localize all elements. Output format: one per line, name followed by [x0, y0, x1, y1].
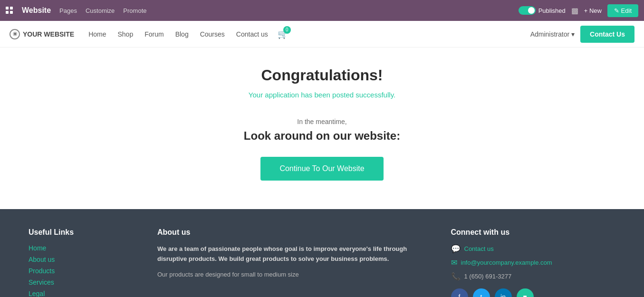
grid-icon[interactable]	[6, 7, 13, 14]
footer-about: About us We are a team of passionate peo…	[157, 228, 432, 297]
footer-link-products[interactable]: Products	[29, 267, 138, 275]
social-icons: f t in ■	[451, 288, 616, 297]
footer-link-about[interactable]: About us	[29, 256, 138, 263]
main-content: Congratulations! Your application has be…	[0, 48, 644, 209]
nav-courses[interactable]: Courses	[195, 28, 230, 41]
congrats-title: Congratulations!	[10, 67, 634, 84]
footer-useful-links: Useful Links Home About us Products Serv…	[29, 228, 138, 297]
nav-contact[interactable]: Contact us	[231, 28, 273, 41]
email-icon: ✉	[451, 258, 457, 267]
new-button[interactable]: + New	[584, 7, 602, 14]
linkedin-icon[interactable]: in	[495, 288, 512, 297]
chat-icon: 💬	[451, 244, 461, 253]
about-text1: We are a team of passionate people whose…	[157, 244, 432, 264]
other-social-icon[interactable]: ■	[517, 288, 534, 297]
connect-contact: 💬 Contact us	[451, 244, 616, 253]
footer-connect: Connect with us 💬 Contact us ✉ info@your…	[451, 228, 616, 297]
site-nav-links: Home Shop Forum Blog Courses Contact us …	[84, 28, 530, 41]
twitter-icon[interactable]: t	[473, 288, 490, 297]
footer-link-legal[interactable]: Legal	[29, 290, 138, 297]
admin-dropdown[interactable]: Administrator ▾	[530, 30, 575, 38]
site-nav: ☀ YOUR WEBSITE Home Shop Forum Blog Cour…	[0, 21, 644, 48]
nav-home[interactable]: Home	[84, 28, 111, 41]
footer-link-services[interactable]: Services	[29, 278, 138, 286]
subtitle-highlight: posted successfully.	[332, 91, 395, 99]
toggle-knob	[528, 7, 535, 14]
about-heading: About us	[157, 228, 432, 237]
connect-heading: Connect with us	[451, 228, 616, 237]
connect-phone: 📞 1 (650) 691-3277	[451, 272, 616, 281]
site-logo-icon: ☀	[10, 29, 20, 39]
admin-bar-left: Website Pages Customize Promote	[6, 6, 509, 15]
contact-us-link[interactable]: Contact us	[464, 245, 494, 252]
admin-bar-logo: Website	[22, 6, 51, 15]
edit-button[interactable]: ✎ Edit	[607, 4, 638, 17]
congrats-subtitle: Your application has been posted success…	[10, 91, 634, 99]
useful-links-heading: Useful Links	[29, 228, 138, 237]
phone-icon: 📞	[451, 272, 461, 281]
nav-blog[interactable]: Blog	[171, 28, 193, 41]
mobile-preview-icon[interactable]: ▩	[571, 6, 578, 15]
toggle-switch[interactable]	[519, 6, 536, 15]
admin-customize-link[interactable]: Customize	[86, 7, 115, 14]
admin-promote-link[interactable]: Promote	[123, 7, 146, 14]
cart-count: 0	[283, 26, 291, 34]
email-link[interactable]: info@yourcompany.example.com	[461, 259, 552, 266]
admin-label: Administrator	[530, 30, 569, 38]
published-label: Published	[538, 7, 566, 14]
admin-pages-link[interactable]: Pages	[59, 7, 77, 14]
nav-forum[interactable]: Forum	[140, 28, 168, 41]
meantime-text: In the meantime,	[10, 118, 634, 125]
admin-bar-right: Published ▩ + New ✎ Edit	[519, 4, 638, 17]
published-toggle[interactable]: Published	[519, 6, 566, 15]
site-logo: ☀ YOUR WEBSITE	[10, 29, 74, 39]
site-nav-right: Administrator ▾ Contact Us	[530, 26, 634, 43]
phone-number: 1 (650) 691-3277	[464, 273, 512, 280]
footer-link-home[interactable]: Home	[29, 244, 138, 252]
facebook-icon[interactable]: f	[451, 288, 468, 297]
contact-us-button[interactable]: Contact Us	[580, 26, 634, 43]
site-logo-text: YOUR WEBSITE	[23, 30, 74, 38]
connect-email: ✉ info@yourcompany.example.com	[451, 258, 616, 267]
admin-bar: Website Pages Customize Promote Publishe…	[0, 0, 644, 21]
continue-button[interactable]: Continue To Our Website	[260, 157, 383, 181]
nav-shop[interactable]: Shop	[113, 28, 138, 41]
about-text2: Our products are designed for small to m…	[157, 270, 432, 280]
subtitle-start: Your application has been	[249, 91, 332, 99]
dropdown-arrow-icon: ▾	[571, 30, 575, 38]
footer: Useful Links Home About us Products Serv…	[0, 209, 644, 297]
cart-icon[interactable]: 🛒 0	[278, 29, 288, 39]
look-around-text: Look around on our website:	[10, 129, 634, 143]
